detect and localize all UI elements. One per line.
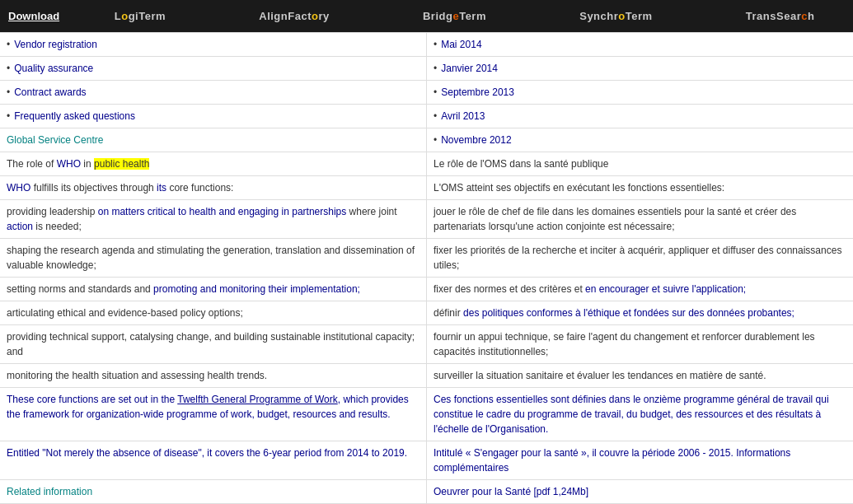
entitled-text-fr: Intitulé « S'engager pour la santé », il…	[434, 447, 790, 474]
cell-fulfills-right: L'OMS atteint ses objectifs en exécutant…	[427, 176, 854, 200]
fulfills-text-fr: L'OMS atteint ses objectifs en exécutant…	[434, 182, 724, 194]
mai-2014-link[interactable]: Mai 2014	[441, 37, 481, 52]
articulating-text: articulating ethical and evidence-based …	[7, 307, 243, 319]
bullet-icon: •	[434, 61, 437, 76]
contract-awards-link[interactable]: Contract awards	[14, 85, 86, 100]
bullet-icon: •	[7, 61, 10, 76]
septembre-2013-link[interactable]: Septembre 2013	[441, 85, 514, 100]
leadership-text: providing leadership on matters critical…	[7, 206, 397, 232]
twelfth-general-link[interactable]: Twelfth General Programme of Work	[177, 394, 338, 405]
global-service-centre-link[interactable]: Global Service Centre	[7, 134, 103, 146]
table-row: WHO fulfills its objectives through its …	[0, 176, 853, 200]
content-table: • Vendor registration • Mai 2014 • Quali…	[0, 32, 853, 504]
bullet-icon: •	[434, 37, 437, 52]
cell-role-right: Le rôle de l'OMS dans la santé publique	[427, 152, 854, 176]
cell-contract: • Contract awards	[0, 81, 427, 105]
these-core-text-fr: Ces fonctions essentielles sont définies…	[434, 394, 829, 435]
faq-link[interactable]: Frequently asked questions	[14, 109, 135, 124]
cell-articulating-left: articulating ethical and evidence-based …	[0, 301, 427, 325]
cell-articulating-right: définir des politiques conformes à l'éth…	[427, 301, 854, 325]
table-row: articulating ethical and evidence-based …	[0, 301, 853, 325]
cell-avril: • Avril 2013	[427, 105, 854, 128]
shaping-text-fr: fixer les priorités de la recherche et i…	[434, 245, 841, 271]
nav-transsearch[interactable]: TransSearch	[746, 10, 815, 22]
informations-link[interactable]: Informations complémentaires	[434, 447, 790, 474]
table-row: • Vendor registration • Mai 2014	[0, 33, 853, 57]
these-core-text: These core functions are set out in the …	[7, 394, 409, 420]
download-link[interactable]: Download	[8, 10, 59, 22]
cell-setting-right: fixer des normes et des critères et en e…	[427, 278, 854, 301]
cell-novembre: • Novembre 2012	[427, 128, 854, 152]
table-row: The role of WHO in public health Le rôle…	[0, 152, 853, 176]
cell-monitoring-right: surveiller la situation sanitaire et éva…	[427, 364, 854, 388]
table-row: • Contract awards • Septembre 2013	[0, 81, 853, 105]
bullet-icon: •	[434, 85, 437, 100]
nav-bridgeterm[interactable]: BridgeTerm	[423, 10, 486, 22]
cell-technical-right: fournir un appui technique, se faire l'a…	[427, 325, 854, 364]
cell-faq: • Frequently asked questions	[0, 105, 427, 128]
vendor-registration-link[interactable]: Vendor registration	[14, 37, 97, 52]
table-row: shaping the research agenda and stimulat…	[0, 239, 853, 278]
cell-septembre: • Septembre 2013	[427, 81, 854, 105]
bullet-icon: •	[7, 109, 10, 124]
monitoring-text: monitoring the health situation and asse…	[7, 370, 267, 381]
table-row: • Quality assurance • Janvier 2014	[0, 57, 853, 81]
avril-2013-link[interactable]: Avril 2013	[441, 109, 485, 124]
entitled-text: Entitled "Not merely the absence of dise…	[7, 447, 407, 459]
header: Download LogiTerm AlignFactory BridgeTer…	[0, 0, 853, 32]
main-content: • Vendor registration • Mai 2014 • Quali…	[0, 32, 853, 504]
cell-setting-left: setting norms and standards and promotin…	[0, 278, 427, 301]
cell-entitled-right: Intitulé « S'engager pour la santé », il…	[427, 441, 854, 480]
cell-related-left: Related information	[0, 480, 427, 504]
setting-text-fr: fixer des normes et des critères et en e…	[434, 283, 746, 295]
role-text: The role of WHO in public health	[7, 158, 149, 170]
cell-these-core-left: These core functions are set out in the …	[0, 388, 427, 441]
nav-bar: LogiTerm AlignFactory BridgeTerm Synchro…	[84, 10, 845, 22]
cell-quality: • Quality assurance	[0, 57, 427, 81]
cell-leadership-left: providing leadership on matters critical…	[0, 200, 427, 239]
technical-text-fr: fournir un appui technique, se faire l'a…	[434, 331, 815, 357]
cell-gsc: Global Service Centre	[0, 128, 427, 152]
cell-shaping-left: shaping the research agenda and stimulat…	[0, 239, 427, 278]
technical-text: providing technical support, catalysing …	[7, 331, 415, 357]
cell-vendor-reg: • Vendor registration	[0, 33, 427, 57]
table-row: Related information Oeuvrer pour la Sant…	[0, 480, 853, 504]
table-row: • Frequently asked questions • Avril 201…	[0, 105, 853, 128]
cell-fulfills-left: WHO fulfills its objectives through its …	[0, 176, 427, 200]
cell-shaping-right: fixer les priorités de la recherche et i…	[427, 239, 854, 278]
articulating-text-fr: définir des politiques conformes à l'éth…	[434, 307, 794, 319]
nav-logiterm[interactable]: LogiTerm	[115, 10, 166, 22]
bullet-icon: •	[434, 109, 437, 124]
monitoring-text-fr: surveiller la situation sanitaire et éva…	[434, 370, 766, 381]
setting-text: setting norms and standards and promotin…	[7, 283, 360, 295]
related-information-link[interactable]: Related information	[7, 486, 92, 497]
table-row: These core functions are set out in the …	[0, 388, 853, 441]
cell-role-left: The role of WHO in public health	[0, 152, 427, 176]
cell-related-right: Oeuvrer pour la Santé [pdf 1,24Mb]	[427, 480, 854, 504]
bullet-icon: •	[7, 85, 10, 100]
table-row: setting norms and standards and promotin…	[0, 278, 853, 301]
cell-entitled-left: Entitled "Not merely the absence of dise…	[0, 441, 427, 480]
quality-assurance-link[interactable]: Quality assurance	[14, 61, 93, 76]
fulfills-text: WHO fulfills its objectives through its …	[7, 182, 233, 194]
cell-janvier: • Janvier 2014	[427, 57, 854, 81]
who-link-role[interactable]: WHO	[57, 158, 81, 170]
table-row: providing technical support, catalysing …	[0, 325, 853, 364]
cell-technical-left: providing technical support, catalysing …	[0, 325, 427, 364]
table-row: providing leadership on matters critical…	[0, 200, 853, 239]
nav-alignfactory[interactable]: AlignFactory	[259, 10, 329, 22]
table-row: Entitled "Not merely the absence of dise…	[0, 441, 853, 480]
janvier-2014-link[interactable]: Janvier 2014	[441, 61, 498, 76]
bullet-icon: •	[7, 37, 10, 52]
cell-leadership-right: jouer le rôle de chef de file dans les d…	[427, 200, 854, 239]
cell-monitoring-left: monitoring the health situation and asse…	[0, 364, 427, 388]
cell-these-core-right: Ces fonctions essentielles sont définies…	[427, 388, 854, 441]
role-text-fr: Le rôle de l'OMS dans la santé publique	[434, 158, 608, 170]
cell-mai-2014: • Mai 2014	[427, 33, 854, 57]
table-row: monitoring the health situation and asse…	[0, 364, 853, 388]
oeuvrer-link[interactable]: Oeuvrer pour la Santé [pdf 1,24Mb]	[434, 486, 588, 497]
nav-synchroterm[interactable]: SynchroTerm	[579, 10, 652, 22]
table-row: Global Service Centre • Novembre 2012	[0, 128, 853, 152]
novembre-2012-link[interactable]: Novembre 2012	[441, 133, 511, 147]
who-link-fulfills[interactable]: WHO	[7, 182, 30, 194]
